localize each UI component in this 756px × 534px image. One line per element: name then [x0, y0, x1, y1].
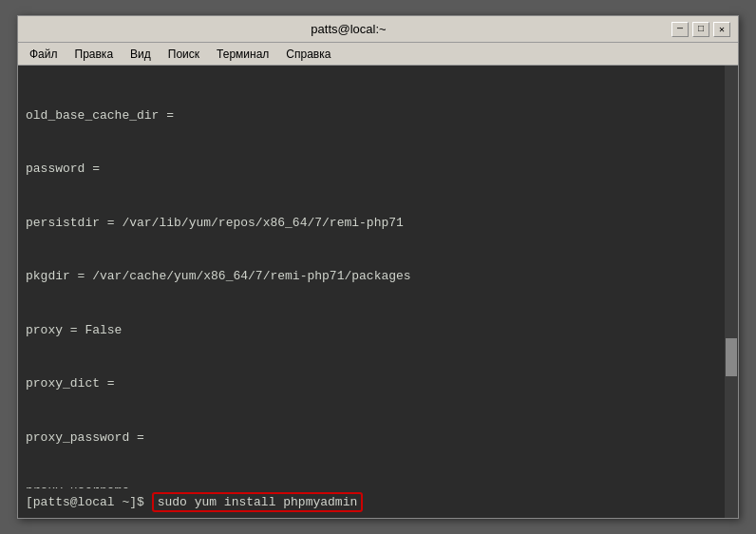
- menu-bar: Файл Правка Вид Поиск Терминал Справка: [18, 43, 738, 66]
- terminal-window: patts@local:~ ─ □ ✕ Файл Правка Вид Поис…: [17, 15, 739, 519]
- minimize-button[interactable]: ─: [671, 22, 689, 37]
- menu-help[interactable]: Справка: [278, 46, 338, 63]
- menu-edit[interactable]: Правка: [67, 46, 122, 63]
- close-button[interactable]: ✕: [713, 22, 730, 37]
- terminal-line: old_base_cache_dir =: [26, 107, 730, 125]
- scrollbar-thumb[interactable]: [726, 338, 737, 376]
- terminal-area[interactable]: old_base_cache_dir = password = persistd…: [18, 66, 738, 518]
- terminal-output: old_base_cache_dir = password = persistd…: [26, 71, 730, 488]
- prompt-text: [patts@local ~]$: [26, 495, 152, 509]
- menu-view[interactable]: Вид: [123, 46, 159, 63]
- terminal-line: persistdir = /var/lib/yum/repos/x86_64/7…: [26, 215, 730, 233]
- scrollbar[interactable]: [725, 66, 738, 518]
- command-text: sudo yum install phpmyadmin: [152, 492, 364, 512]
- title-bar: patts@local:~ ─ □ ✕: [18, 16, 738, 43]
- prompt-line: [patts@local ~]$ sudo yum install phpmya…: [26, 492, 730, 512]
- terminal-line: proxy_dict =: [26, 375, 730, 393]
- terminal-line: proxy_password =: [26, 429, 730, 448]
- maximize-button[interactable]: □: [692, 22, 709, 37]
- terminal-line: proxy_username =: [26, 483, 730, 488]
- window-controls: ─ □ ✕: [671, 22, 730, 37]
- menu-terminal[interactable]: Терминал: [209, 46, 276, 63]
- terminal-line: password =: [26, 161, 730, 179]
- window-title: patts@local:~: [26, 22, 671, 36]
- menu-file[interactable]: Файл: [22, 46, 66, 63]
- terminal-line: pkgdir = /var/cache/yum/x86_64/7/remi-ph…: [26, 268, 730, 286]
- menu-search[interactable]: Поиск: [161, 46, 207, 63]
- terminal-line: proxy = False: [26, 322, 730, 340]
